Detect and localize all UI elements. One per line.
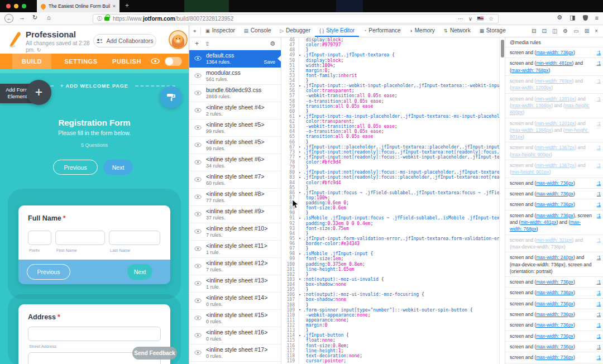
settings-icon[interactable]: ⚙ [563, 28, 568, 34]
media-condition-link[interactable]: max-height: 900px [511, 152, 551, 157]
media-condition-link[interactable]: max-width: 736px [536, 180, 573, 186]
fold-arrow-icon[interactable]: ▸ [296, 150, 303, 154]
user-avatar[interactable] [169, 30, 188, 49]
fold-arrow-icon[interactable]: ▾ [296, 175, 303, 180]
visibility-eye-icon[interactable] [194, 212, 202, 217]
visibility-eye-icon[interactable] [194, 125, 202, 130]
stylesheet-item[interactable]: <inline style sheet #18> 0 rules. [189, 362, 281, 364]
media-rule-line-link[interactable]: :1 [597, 322, 601, 328]
media-rule-line-link[interactable]: :1 [597, 49, 601, 56]
media-condition-link[interactable]: max-width: 736px [536, 50, 573, 55]
media-condition-link[interactable]: max-width: 240px [536, 255, 573, 260]
fold-arrow-icon[interactable]: ▸ [296, 170, 303, 175]
bookmark-star-icon[interactable]: ☆ [489, 16, 494, 22]
fold-arrow-icon[interactable]: ▾ [296, 333, 303, 338]
visibility-eye-icon[interactable] [194, 281, 202, 286]
visibility-eye-icon[interactable] [194, 73, 202, 78]
media-rule-line-link[interactable]: :1 [597, 180, 601, 186]
back-button[interactable]: ← [4, 14, 13, 23]
media-rule-line-link[interactable]: :1 [597, 289, 601, 296]
media-rule-line-link[interactable]: :1 [597, 254, 601, 261]
stylesheet-item[interactable]: <inline style sheet #13> 1 rule. [189, 275, 281, 293]
visibility-eye-icon[interactable] [194, 177, 202, 182]
stylesheet-item[interactable]: bundle.6b9edc93.css 2869 rules. [189, 85, 281, 102]
fold-arrow-icon[interactable]: ▾ [296, 293, 303, 297]
tab-close-icon[interactable]: × [113, 3, 116, 9]
visibility-eye-icon[interactable] [194, 315, 202, 320]
revision-history-icon[interactable]: ↻ [36, 47, 41, 53]
minimize-window-button[interactable] [14, 4, 18, 8]
stylesheet-item[interactable]: <inline style sheet #5> 99 rules. [189, 137, 281, 154]
fold-arrow-icon[interactable]: ▾ [296, 155, 303, 159]
editor-scrollbar[interactable] [499, 37, 505, 364]
media-rule-line-link[interactable]: :1 [597, 78, 601, 84]
new-stylesheet-button[interactable]: + [195, 40, 199, 47]
welcome-next-button[interactable]: Next [103, 160, 133, 175]
css-source-editor[interactable]: 46 display:block; 47 color:#979797 48 } … [281, 37, 499, 364]
media-condition-link[interactable]: min-width: 1201px [536, 121, 575, 126]
devtools-tab-debugger[interactable]: ▷ Debugger [276, 25, 315, 37]
stylesheet-item[interactable]: <inline style sheet #16> 0 rules. [189, 327, 281, 344]
devtools-tab-memory[interactable]: ◑ Memory [405, 25, 439, 37]
media-rule-line-link[interactable]: :1 [597, 190, 601, 197]
fold-arrow-icon[interactable]: ▾ [296, 190, 303, 195]
add-form-element-button[interactable]: + [26, 80, 51, 105]
media-rule-line-link[interactable]: :1 [597, 333, 601, 339]
media-rule-line-link[interactable]: :1 [597, 120, 601, 127]
visibility-eye-icon[interactable] [194, 108, 202, 113]
stylesheet-item[interactable]: <inline style sheet #9> 37 rules. [189, 206, 281, 223]
fold-arrow-icon[interactable]: ▾ [296, 114, 303, 118]
stylesheet-item[interactable]: moodular.css 561 rules. [189, 68, 281, 85]
last-name-input[interactable] [109, 231, 160, 245]
jotform-nav-tab-settings[interactable]: SETTINGS [58, 54, 104, 69]
media-condition-link[interactable]: max-width: 736px [536, 290, 573, 295]
media-condition-link[interactable]: min-height: 901px [511, 169, 549, 175]
page-info-icon[interactable]: ⓘ [97, 15, 102, 22]
visibility-eye-icon[interactable] [194, 333, 202, 338]
media-condition-link[interactable]: max-width: 736px [536, 191, 573, 197]
visibility-eye-icon[interactable] [194, 194, 202, 199]
media-condition-link[interactable]: max-width: 736px [536, 301, 573, 306]
add-collaborators-button[interactable]: Add Collaborators [93, 34, 156, 47]
devtools-wrench-icon[interactable]: ⚙ [557, 14, 562, 21]
separate-window-icon[interactable]: ⊞ [585, 28, 589, 34]
media-condition-link[interactable]: min-width: 769px [536, 78, 572, 84]
home-button[interactable]: ⌂ [47, 14, 51, 21]
visibility-eye-icon[interactable] [194, 350, 202, 355]
pick-element-icon[interactable]: ⌖ [189, 28, 200, 35]
reload-button[interactable]: ↻ [32, 14, 37, 21]
fold-arrow-icon[interactable]: ▾ [296, 236, 303, 241]
media-rule-line-link[interactable]: :1 [597, 300, 601, 307]
new-tab-button[interactable]: + [125, 2, 129, 9]
visibility-eye-icon[interactable] [194, 142, 202, 147]
media-condition-link[interactable]: min-width: 1367px [536, 162, 575, 168]
stylesheet-item[interactable]: <inline style sheet #4> 2 rules. [189, 102, 281, 119]
visibility-eye-icon[interactable] [194, 90, 202, 95]
media-rule-line-link[interactable]: :1 [597, 279, 601, 285]
preview-eye-icon[interactable] [151, 58, 160, 64]
media-condition-link[interactable]: min-width: 1201px [536, 96, 575, 102]
first-name-input[interactable] [55, 231, 105, 245]
fold-arrow-icon[interactable]: ▾ [296, 84, 303, 88]
welcome-previous-button[interactable]: Previous [53, 160, 98, 175]
media-condition-link[interactable]: max-width: 736px [536, 344, 573, 349]
media-condition-link[interactable]: max-width: 736px [536, 312, 573, 317]
devtools-tab-performance[interactable]: ◔ Performance [359, 25, 405, 37]
media-condition-link[interactable]: max-width: 736px [536, 322, 573, 328]
media-condition-link[interactable]: max-width: 736px [536, 202, 573, 207]
jotform-nav-tab-publish[interactable]: PUBLISH [104, 54, 150, 69]
media-condition-link[interactable]: max-width: 736px [536, 279, 573, 285]
media-condition-link[interactable]: min-width: 481px [536, 60, 572, 66]
media-rule-line-link[interactable]: :1 [597, 354, 601, 361]
devtools-tab-style-editor[interactable]: { } Style Editor [315, 25, 359, 37]
split-console-icon[interactable]: ▭ [573, 28, 578, 34]
media-condition-link[interactable]: max-width: 736px [536, 333, 573, 339]
browser-tab[interactable]: The Easiest Online Form Builde × [37, 0, 119, 12]
media-condition-link[interactable]: max-width: 768px [511, 68, 549, 73]
media-condition-link[interactable]: min-width: 1367px [536, 145, 575, 150]
send-feedback-button[interactable]: Send Feedback [132, 347, 177, 360]
close-window-button[interactable] [6, 4, 11, 8]
menu-hamburger-icon[interactable]: ≡ [595, 15, 599, 21]
visibility-eye-icon[interactable] [194, 298, 202, 303]
forward-button[interactable]: → [19, 14, 25, 21]
